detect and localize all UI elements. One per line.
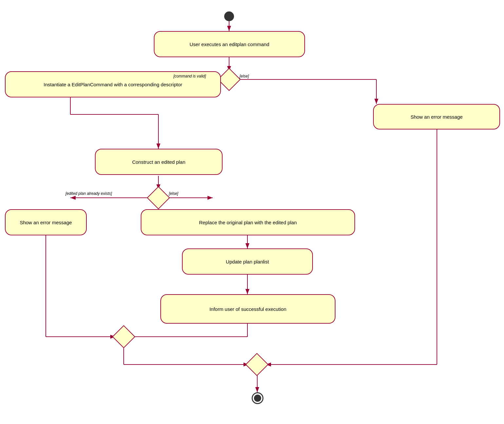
decision-diamond-2	[147, 186, 170, 210]
update-node: Update plan planlist	[182, 248, 313, 275]
inform-node: Inform user of successful execution	[160, 294, 335, 324]
construct-node: Construct an edited plan	[95, 149, 223, 175]
merge-diamond-3	[112, 325, 135, 348]
label-command-valid: [command is valid]	[173, 74, 206, 78]
end-node	[252, 392, 263, 404]
label-else-2: [else]	[169, 191, 178, 196]
replace-node: Replace the original plan with the edite…	[141, 209, 355, 235]
end-node-inner	[254, 395, 261, 402]
label-edited-plan-exists: [edited plan already exists]	[65, 191, 112, 196]
merge-diamond-4	[245, 353, 269, 376]
decision-diamond-1	[218, 68, 241, 91]
user-executes-node: User executes an editplan command	[154, 31, 305, 57]
show-error-1-node: Show an error message	[373, 104, 500, 129]
start-node	[224, 11, 234, 21]
activity-diagram: User executes an editplan command Instan…	[0, 0, 504, 424]
label-else-1: [else]	[240, 74, 249, 78]
show-error-2-node: Show an error message	[5, 209, 87, 235]
